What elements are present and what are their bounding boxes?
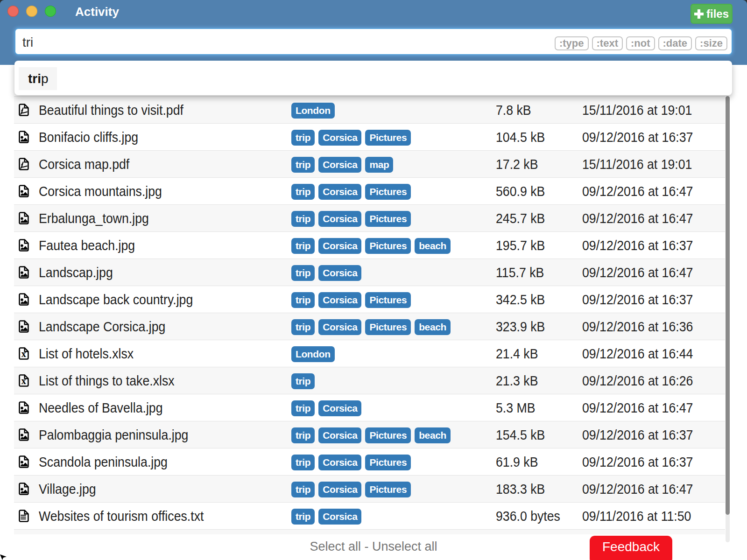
svg-text:x: x xyxy=(21,349,26,359)
svg-text:x: x xyxy=(21,376,26,386)
